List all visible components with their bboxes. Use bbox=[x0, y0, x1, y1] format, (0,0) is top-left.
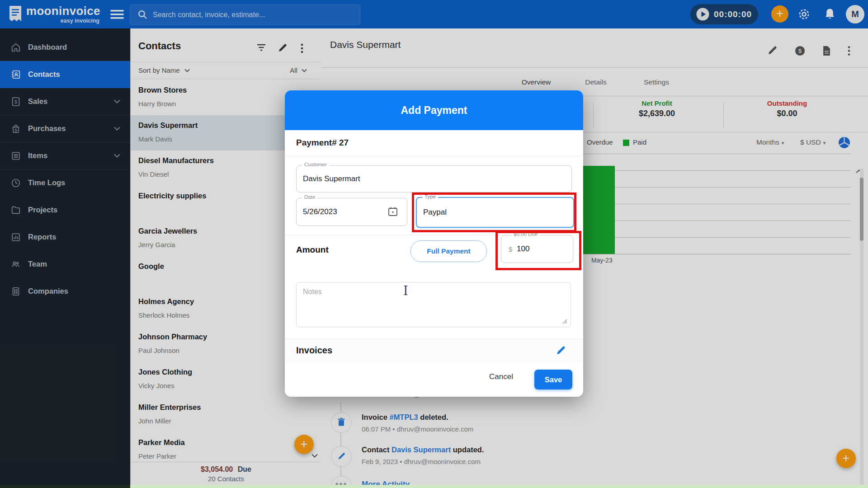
currency-symbol: $ bbox=[509, 245, 512, 253]
global-search[interactable] bbox=[130, 5, 360, 25]
hamburger-menu-icon[interactable] bbox=[110, 10, 124, 19]
sidebar-item-time-logs[interactable]: Time Logs bbox=[0, 169, 130, 197]
chevron-down-icon bbox=[114, 154, 120, 158]
people-icon bbox=[11, 259, 21, 269]
type-field[interactable]: Type Paypal bbox=[416, 197, 574, 228]
contacts-book-icon bbox=[11, 70, 21, 80]
quick-add-button[interactable]: + bbox=[771, 5, 788, 23]
building-icon bbox=[11, 286, 21, 296]
settings-gear-icon[interactable] bbox=[797, 8, 811, 21]
scrollbar-thumb[interactable] bbox=[860, 178, 863, 241]
sidebar-item-sales[interactable]: $ Sales bbox=[0, 88, 130, 115]
save-button[interactable]: Save bbox=[534, 370, 572, 389]
stat-net-profit: Net Profit $2,639.00 bbox=[614, 99, 700, 118]
app-logo-icon bbox=[7, 5, 24, 24]
edit-invoices-pencil-icon[interactable] bbox=[556, 346, 566, 355]
tab-settings[interactable]: Settings bbox=[632, 78, 681, 86]
payments-bar-chart bbox=[583, 154, 851, 254]
currency-dropdown[interactable]: $ USD▾ bbox=[800, 138, 826, 146]
page-title: Davis Supermart bbox=[330, 39, 401, 50]
invoice-link[interactable]: #MTPL3 bbox=[389, 413, 418, 421]
modal-footer: Cancel Save bbox=[285, 362, 583, 397]
sidebar-item-items[interactable]: Items bbox=[0, 142, 130, 169]
filter-all-dropdown[interactable]: All bbox=[290, 66, 307, 74]
activity-title: Contact Davis Supermart updated. bbox=[362, 446, 484, 454]
notes-textarea[interactable] bbox=[296, 282, 571, 327]
filter-icon[interactable] bbox=[256, 43, 266, 52]
add-transaction-fab[interactable]: + bbox=[836, 449, 856, 468]
list-item[interactable]: Parker Media Peter Parker bbox=[131, 432, 321, 462]
contacts-count: 20 Contacts bbox=[131, 475, 321, 483]
sales-receipt-icon: $ bbox=[11, 97, 21, 107]
sort-dropdown[interactable]: Sort by Name bbox=[138, 66, 190, 74]
edit-pencil-icon[interactable] bbox=[278, 43, 287, 52]
date-field[interactable]: Date 5/26/2023 bbox=[296, 198, 407, 226]
divider bbox=[723, 102, 724, 128]
contact-link[interactable]: Davis Supermart bbox=[392, 446, 451, 454]
dropdown-arrow-icon: ▾ bbox=[782, 140, 784, 145]
time-tracker[interactable]: 00:00:00 bbox=[690, 4, 758, 24]
svg-text:$: $ bbox=[14, 128, 17, 132]
activity-meta: Feb 9, 2023 • dhruv@mooninvoice.com bbox=[362, 458, 481, 465]
add-contact-fab[interactable]: + bbox=[294, 435, 314, 454]
clock-icon bbox=[11, 178, 21, 188]
trash-icon bbox=[331, 412, 352, 433]
sidebar-item-companies[interactable]: Companies bbox=[0, 278, 130, 305]
kebab-menu-icon[interactable] bbox=[848, 46, 850, 56]
scroll-down-icon[interactable] bbox=[311, 454, 318, 458]
folder-icon bbox=[11, 205, 21, 215]
sidebar-item-contacts[interactable]: Contacts bbox=[0, 61, 130, 88]
sidebar-item-projects[interactable]: Projects bbox=[0, 197, 130, 224]
amount-input[interactable]: $0.00 Due $ 100 bbox=[501, 235, 573, 263]
bar-chart-icon bbox=[11, 232, 21, 242]
legend-paid-swatch bbox=[623, 140, 629, 146]
calendar-icon[interactable] bbox=[388, 206, 398, 216]
user-avatar[interactable]: M bbox=[846, 5, 864, 23]
payments-dollar-icon[interactable]: $ bbox=[795, 46, 805, 56]
resize-handle-icon[interactable] bbox=[561, 318, 567, 324]
bottom-strip-green bbox=[130, 485, 868, 488]
sidebar-item-reports[interactable]: Reports bbox=[0, 224, 130, 251]
divider bbox=[593, 102, 594, 128]
chevron-down-icon bbox=[302, 69, 307, 72]
total-due-amount: $3,054.00 bbox=[201, 465, 233, 473]
document-icon[interactable] bbox=[822, 46, 831, 56]
pie-chart-toggle-icon[interactable] bbox=[838, 136, 850, 149]
sidebar-item-dashboard[interactable]: Dashboard bbox=[0, 34, 130, 61]
tab-overview[interactable]: Overview bbox=[511, 78, 561, 86]
chevron-down-icon bbox=[114, 99, 120, 103]
customer-field[interactable]: Customer Davis Supermart bbox=[296, 165, 572, 192]
notifications-bell-icon[interactable] bbox=[824, 8, 836, 21]
contacts-sort-row: Sort by Name All bbox=[131, 62, 321, 79]
full-payment-button[interactable]: Full Payment bbox=[410, 240, 487, 262]
pencil-icon bbox=[331, 446, 352, 467]
cancel-button[interactable]: Cancel bbox=[489, 372, 513, 381]
period-dropdown[interactable]: Months▾ bbox=[756, 138, 784, 146]
search-icon bbox=[138, 10, 147, 19]
sidebar-nav: Dashboard Contacts $ Sales $ Purchase bbox=[0, 28, 130, 488]
activity-meta: 06:07 PM • dhruv@mooninvoice.com bbox=[362, 425, 473, 433]
top-navbar: mooninvoice easy invoicing 00:00:00 + bbox=[0, 0, 868, 28]
total-due-label: Due bbox=[238, 465, 251, 473]
sidebar-item-team[interactable]: Team bbox=[0, 251, 130, 278]
items-list-icon bbox=[11, 151, 21, 161]
invoices-label: Invoices bbox=[296, 345, 332, 356]
edit-contact-pencil-icon[interactable] bbox=[768, 46, 777, 55]
activity-title: Invoice #MTPL3 deleted. bbox=[362, 413, 448, 422]
invoices-section: Invoices bbox=[285, 339, 583, 363]
text-cursor-icon: I bbox=[403, 284, 408, 298]
kebab-menu-icon[interactable] bbox=[301, 43, 303, 53]
modal-title: Add Payment bbox=[285, 90, 583, 130]
sidebar-item-purchases[interactable]: $ Purchases bbox=[0, 115, 130, 142]
chevron-down-icon bbox=[114, 127, 120, 131]
timer-value: 00:00:00 bbox=[714, 9, 752, 19]
divider bbox=[321, 67, 868, 68]
amount-value: 100 bbox=[517, 244, 529, 253]
play-icon[interactable] bbox=[696, 8, 709, 21]
contacts-summary: $3,054.00 Due 20 Contacts bbox=[131, 462, 321, 488]
list-item[interactable]: Miller Enterprises John Miller bbox=[131, 397, 321, 433]
tab-details[interactable]: Details bbox=[571, 78, 621, 86]
chevron-down-icon bbox=[184, 69, 190, 72]
search-input[interactable] bbox=[152, 5, 353, 24]
brand-tagline: easy invoicing bbox=[44, 18, 99, 24]
